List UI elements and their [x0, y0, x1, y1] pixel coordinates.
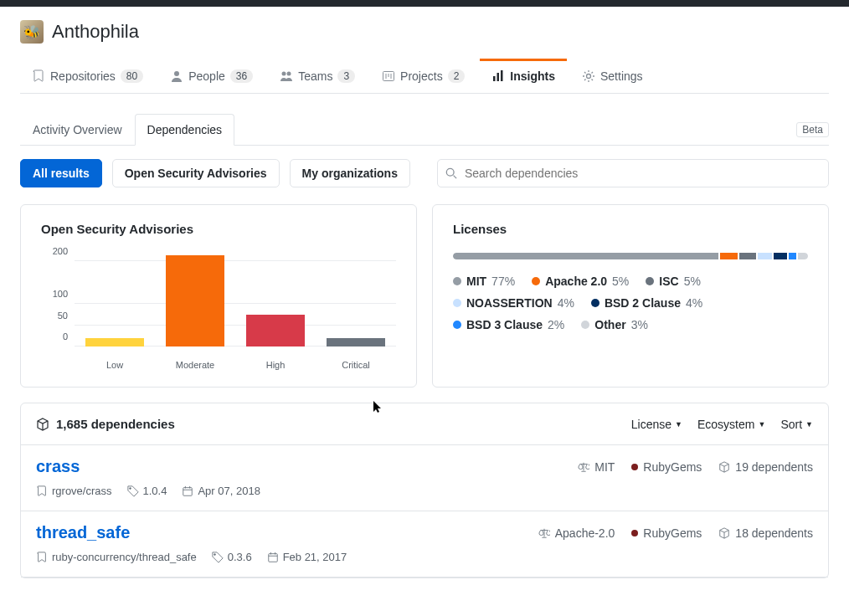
license-segment[interactable] — [739, 253, 757, 259]
dependency-date: Feb 21, 2017 — [267, 551, 347, 563]
dependency-name-link[interactable]: thread_safe — [36, 523, 130, 542]
license-segment[interactable] — [798, 253, 808, 259]
chart-xlabel: Moderate — [166, 360, 224, 370]
tab-teams[interactable]: Teams 3 — [268, 59, 367, 93]
licenses-title: Licenses — [453, 222, 808, 236]
tab-settings[interactable]: Settings — [570, 59, 655, 93]
svg-rect-9 — [501, 70, 503, 81]
dot-icon — [631, 464, 638, 470]
license-segment[interactable] — [789, 253, 795, 259]
license-segment[interactable] — [774, 253, 787, 259]
repo-icon — [36, 485, 48, 497]
advisories-card: Open Security Advisories LowModerateHigh… — [20, 204, 417, 388]
repo-icon — [36, 552, 48, 563]
license-bar — [453, 253, 808, 259]
svg-point-11 — [446, 168, 454, 176]
chevron-down-icon: ▼ — [758, 420, 765, 429]
license-legend-item[interactable]: BSD 2 Clause 4% — [591, 296, 702, 310]
tab-projects[interactable]: Projects 2 — [370, 59, 476, 93]
dependency-ecosystem: RubyGems — [631, 526, 702, 540]
dependencies-count-label: 1,685 dependencies — [56, 417, 175, 431]
svg-line-12 — [454, 176, 457, 179]
license-segment[interactable] — [758, 253, 771, 259]
person-icon — [170, 69, 183, 83]
filter-open-advisories[interactable]: Open Security Advisories — [112, 159, 280, 187]
dependency-row: thread_safe Apache-2.0 RubyGems 18 depen… — [21, 511, 828, 578]
svg-point-24 — [214, 553, 215, 555]
team-icon — [280, 69, 293, 83]
svg-rect-17 — [183, 487, 193, 495]
tab-count: 3 — [337, 69, 355, 83]
tab-label: Teams — [298, 69, 332, 83]
tab-people[interactable]: People 36 — [158, 59, 265, 93]
svg-rect-7 — [493, 76, 496, 81]
beta-badge: Beta — [796, 122, 829, 137]
chevron-down-icon: ▼ — [675, 420, 682, 429]
filter-my-orgs[interactable]: My organizations — [290, 159, 410, 187]
chart-bar[interactable] — [246, 315, 305, 346]
project-icon — [382, 69, 395, 83]
org-name[interactable]: Anthophila — [52, 21, 139, 43]
svg-point-16 — [129, 487, 131, 489]
dropdown-sort[interactable]: Sort▼ — [780, 418, 813, 431]
license-legend-item[interactable]: ISC 5% — [646, 275, 701, 288]
dot-icon — [453, 299, 461, 307]
calendar-icon — [267, 552, 279, 563]
package-icon — [718, 461, 730, 473]
license-legend-item[interactable]: BSD 3 Clause 2% — [453, 318, 564, 331]
license-legend-item[interactable]: Other 3% — [581, 318, 648, 331]
dependency-version: 0.3.6 — [212, 551, 252, 563]
license-legend-item[interactable]: Apache 2.0 5% — [532, 275, 629, 288]
license-segment[interactable] — [453, 253, 718, 259]
repo-icon — [32, 69, 45, 83]
tab-count: 2 — [448, 69, 466, 83]
filter-all-results[interactable]: All results — [20, 159, 102, 187]
advisories-chart: LowModerateHighCritical 050100200 — [41, 253, 396, 370]
dependency-repo[interactable]: rgrove/crass — [36, 485, 112, 497]
tab-label: Insights — [510, 69, 555, 83]
chart-xlabel: High — [246, 360, 305, 370]
license-legend-item[interactable]: MIT 77% — [453, 275, 515, 288]
org-tabs: Repositories 80 People 36 Teams 3 Projec… — [20, 59, 829, 94]
dot-icon — [581, 321, 589, 329]
chart-bar[interactable] — [85, 338, 144, 346]
dependency-ecosystem: RubyGems — [631, 460, 702, 474]
dependency-row: crass MIT RubyGems 19 dependents rgrove/… — [21, 445, 828, 511]
license-legend-item[interactable]: NOASSERTION 4% — [453, 296, 574, 310]
dependency-dependents[interactable]: 19 dependents — [718, 460, 813, 474]
dependency-repo[interactable]: ruby-concurrency/thread_safe — [36, 551, 197, 563]
tab-count: 36 — [230, 69, 253, 83]
package-icon — [36, 418, 49, 431]
tab-repositories[interactable]: Repositories 80 — [20, 59, 155, 93]
svg-point-10 — [587, 74, 591, 79]
svg-rect-25 — [268, 553, 277, 562]
dot-icon — [646, 277, 654, 285]
dependencies-panel: 1,685 dependencies License▼ Ecosystem▼ S… — [20, 403, 829, 578]
tab-label: Projects — [400, 69, 443, 83]
tab-insights[interactable]: Insights — [480, 59, 567, 93]
dependency-license: Apache-2.0 — [538, 526, 615, 540]
dropdown-ecosystem[interactable]: Ecosystem▼ — [697, 418, 765, 431]
chart-bar[interactable] — [327, 338, 385, 346]
chevron-down-icon: ▼ — [805, 420, 813, 429]
dot-icon — [453, 277, 461, 285]
license-legend: MIT 77%Apache 2.0 5%ISC 5%NOASSERTION 4%… — [453, 275, 808, 331]
search-input[interactable] — [437, 159, 829, 187]
gear-icon — [582, 69, 595, 83]
tag-icon — [212, 552, 224, 563]
subtab-dependencies[interactable]: Dependencies — [135, 114, 235, 146]
chart-ytick: 50 — [41, 311, 68, 321]
licenses-card: Licenses MIT 77%Apache 2.0 5%ISC 5%NOASS… — [432, 204, 829, 388]
chart-ytick: 0 — [41, 331, 68, 341]
chart-bar[interactable] — [166, 255, 224, 346]
dependency-name-link[interactable]: crass — [36, 457, 80, 476]
dropdown-license[interactable]: License▼ — [631, 418, 682, 431]
license-segment[interactable] — [720, 253, 738, 259]
subtab-activity-overview[interactable]: Activity Overview — [20, 114, 135, 146]
scale-icon — [578, 461, 589, 473]
dependency-dependents[interactable]: 18 dependents — [718, 526, 813, 540]
tab-count: 80 — [121, 69, 143, 83]
tab-label: Repositories — [50, 69, 116, 83]
svg-point-1 — [282, 72, 286, 76]
org-avatar: 🐝 — [20, 20, 44, 44]
